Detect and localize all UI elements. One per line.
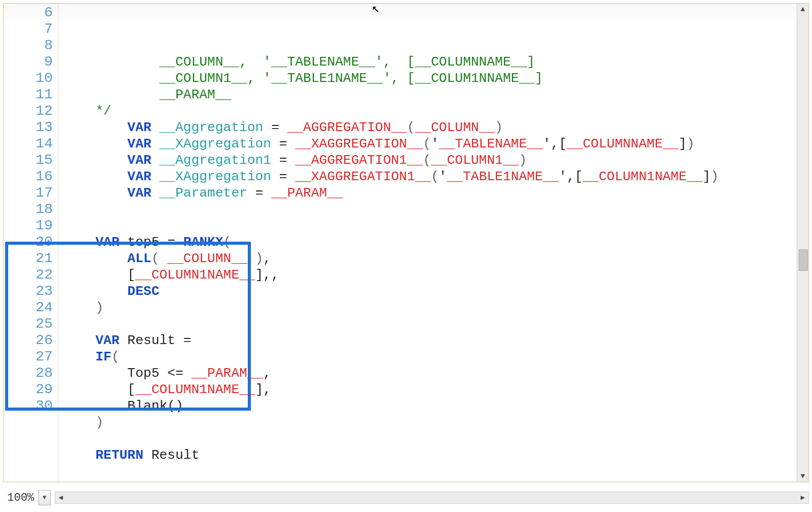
zoom-value: 100% [5,490,36,505]
line-number: 27 [4,349,53,365]
code-area[interactable]: ↖ __COLUMN__, '__TABLENAME__', [__COLUMN… [58,4,797,482]
scroll-down-button[interactable]: ▼ [797,471,808,482]
line-number: 12 [4,103,53,119]
line-number: 16 [4,168,53,185]
code-line[interactable]: RETURN Result [63,447,793,463]
code-line[interactable]: Blank() [63,398,793,414]
zoom-control: 100% ▼ [3,490,53,505]
code-line[interactable]: VAR __Parameter = __PARAM__ [63,185,793,201]
line-number: 19 [4,218,53,234]
line-number: 28 [4,365,53,381]
code-editor-frame: 6789101112131415161718192021222324252627… [3,3,809,482]
line-number: 18 [4,201,53,218]
line-number: 11 [4,87,53,103]
code-line[interactable]: VAR Result = [63,332,793,349]
code-line[interactable] [63,218,793,234]
code-line[interactable]: __COLUMN__, '__TABLENAME__', [__COLUMNNA… [63,54,793,70]
code-line[interactable]: ) [63,414,793,431]
line-number: 29 [4,381,53,398]
code-line[interactable]: VAR top5 = RANKX( [63,234,793,250]
line-number: 7 [4,21,53,37]
zoom-dropdown-button[interactable]: ▼ [38,490,51,505]
horizontal-scrollbar[interactable]: ◀ ▶ [55,492,809,504]
vertical-scroll-thumb[interactable] [799,249,808,271]
line-number: 20 [4,234,53,250]
code-line[interactable]: VAR __Aggregation1 = __AGGREGATION1__(__… [63,152,793,168]
code-line[interactable]: ) [63,300,793,316]
mouse-cursor-icon: ↖ [372,4,380,17]
line-number: 23 [4,283,53,300]
line-number: 9 [4,54,53,70]
code-line[interactable]: DESC [63,283,793,300]
code-line[interactable]: __COLUMN1__, '__TABLE1NAME__', [__COLUM1… [63,70,793,87]
line-number: 10 [4,70,53,87]
line-number: 14 [4,136,53,152]
line-number: 17 [4,185,53,201]
line-number: 22 [4,267,53,283]
code-line[interactable]: [__COLUMN1NAME__], [63,381,793,398]
line-number: 30 [4,398,53,414]
code-line[interactable] [63,431,793,447]
code-line[interactable]: ALL( __COLUMN__ ), [63,250,793,267]
code-line[interactable]: */ [63,103,793,119]
line-number: 13 [4,119,53,136]
line-number: 24 [4,300,53,316]
line-number: 15 [4,152,53,168]
code-line[interactable]: VAR __XAggregation = __XAGGREGATION1__('… [63,168,793,185]
line-number: 25 [4,316,53,332]
code-line[interactable]: IF( [63,349,793,365]
line-number-gutter: 6789101112131415161718192021222324252627… [4,4,58,482]
scroll-up-button[interactable]: ▲ [797,4,808,15]
scroll-left-button[interactable]: ◀ [55,492,67,502]
code-line[interactable] [63,316,793,332]
line-number: 8 [4,37,53,54]
code-line[interactable]: VAR __Aggregation = __AGGREGATION__(__CO… [63,119,793,136]
line-number: 6 [4,5,53,21]
line-number: 26 [4,332,53,349]
vertical-scrollbar[interactable]: ▲ ▼ [797,4,808,482]
code-line[interactable]: VAR __XAggregation = __XAGGREGATION__('_… [63,136,793,152]
code-line[interactable]: Top5 <= __PARAM__, [63,365,793,381]
scroll-right-button[interactable]: ▶ [797,492,808,502]
code-line[interactable]: __PARAM__ [63,87,793,103]
code-line[interactable] [63,201,793,218]
line-number: 21 [4,250,53,267]
status-bar: 100% ▼ ◀ ▶ [3,486,809,509]
code-line[interactable]: [__COLUMN1NAME__],, [63,267,793,283]
